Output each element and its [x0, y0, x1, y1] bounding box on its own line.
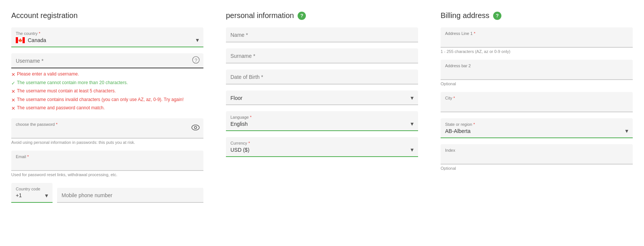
username-field-box[interactable]: ? [11, 53, 203, 68]
phone-code-field-group: Country code +1 ▾ [11, 183, 53, 203]
error-icon: ✕ [11, 88, 15, 95]
email-input[interactable] [16, 160, 199, 167]
validation-item: ✕ The username and password cannot match… [11, 104, 203, 112]
language-dropdown-arrow[interactable]: ▾ [411, 120, 414, 127]
country-dropdown-arrow[interactable]: ▾ [196, 36, 199, 44]
language-selector[interactable]: English ▾ [230, 120, 414, 127]
password-input[interactable] [16, 127, 199, 135]
index-label: Index [445, 148, 628, 152]
country-selector[interactable]: 🍁 Canada ▾ [16, 36, 199, 44]
currency-selector[interactable]: USD ($) ▾ [230, 146, 414, 153]
phone-code-label: Country code [16, 187, 48, 191]
state-dropdown-arrow[interactable]: ▾ [625, 127, 628, 134]
currency-field-box[interactable]: Currency * USD ($) ▾ [226, 137, 418, 157]
help-circle-icon[interactable]: ? [192, 56, 200, 65]
currency-field-group: Currency * USD ($) ▾ [226, 137, 418, 157]
phone-number-field-group [57, 188, 203, 203]
billing-help-icon[interactable]: ? [493, 12, 501, 20]
state-label: State or region * [445, 122, 628, 127]
svg-text:🍁: 🍁 [18, 38, 23, 43]
city-input[interactable] [445, 101, 628, 109]
address2-field-box[interactable]: Address bar 2 [441, 60, 633, 80]
billing-section-header: Billing address ? [441, 11, 633, 20]
canada-flag-icon: 🍁 [16, 37, 25, 43]
address1-field-group: Address Line 1 * 1 - 255 characters (AZ,… [441, 27, 633, 54]
validation-item: ✕ The username contains invalid characte… [11, 96, 203, 104]
floor-selector[interactable]: Floor ▾ [230, 94, 414, 101]
currency-value: USD ($) [230, 147, 250, 153]
name-field-box[interactable] [226, 27, 418, 42]
phone-code-field-box[interactable]: Country code +1 ▾ [11, 183, 53, 203]
phone-row: Country code +1 ▾ [11, 183, 203, 209]
personal-information-section: personal information ? Floor [226, 11, 418, 235]
country-field-group: The country * 🍁 Canada ▾ [11, 27, 203, 47]
country-field-box[interactable]: The country * 🍁 Canada ▾ [11, 27, 203, 47]
index-field-box[interactable]: Index [441, 144, 633, 165]
error-icon: ✕ [11, 97, 15, 104]
floor-field-box[interactable]: Floor ▾ [226, 91, 418, 105]
svg-point-7 [194, 126, 197, 128]
phone-number-field-box[interactable] [57, 188, 203, 203]
phone-code-dropdown-arrow[interactable]: ▾ [45, 192, 48, 199]
city-label: City * [445, 96, 628, 100]
address2-label: Address bar 2 [445, 63, 628, 68]
state-field-group: State or region * AB-Alberta ▾ [441, 118, 633, 138]
error-icon: ✕ [11, 105, 15, 112]
state-selector[interactable]: AB-Alberta ▾ [445, 127, 628, 134]
surname-field-box[interactable] [226, 48, 418, 63]
phone-number-input[interactable] [62, 192, 199, 199]
address2-input[interactable] [445, 69, 628, 76]
password-field-box[interactable]: choose the password * [11, 118, 203, 139]
index-hint: Optional [441, 166, 633, 171]
index-field-group: Index Optional [441, 144, 633, 171]
currency-dropdown-arrow[interactable]: ▾ [411, 146, 414, 153]
svg-rect-2 [23, 37, 25, 43]
email-field-group: Email * Used for password reset links, w… [11, 151, 203, 177]
billing-title: Billing address [441, 11, 489, 20]
language-field-group: Language * English ▾ [226, 111, 418, 131]
floor-dropdown-arrow[interactable]: ▾ [411, 94, 414, 101]
username-input[interactable] [16, 57, 199, 65]
personal-section-header: personal information ? [226, 11, 418, 20]
currency-label: Currency * [230, 141, 414, 145]
city-field-box[interactable]: City * [441, 92, 633, 112]
personal-help-icon[interactable]: ? [298, 12, 306, 20]
surname-field-group [226, 48, 418, 63]
city-field-group: City * [441, 92, 633, 112]
index-input[interactable] [445, 153, 628, 161]
address1-field-box[interactable]: Address Line 1 * [441, 27, 633, 48]
dob-field-box[interactable] [226, 69, 418, 85]
account-registration-section: Account registration The country * 🍁 [11, 11, 203, 235]
name-input[interactable] [230, 31, 414, 39]
email-field-box[interactable]: Email * [11, 151, 203, 171]
account-title: Account registration [11, 11, 78, 20]
state-value: AB-Alberta [445, 128, 471, 134]
state-field-box[interactable]: State or region * AB-Alberta ▾ [441, 118, 633, 138]
svg-point-6 [192, 125, 199, 130]
validation-item: ✕ Please enter a valid username. [11, 71, 203, 78]
language-value: English [230, 121, 248, 127]
dob-field-group [226, 69, 418, 85]
language-field-box[interactable]: Language * English ▾ [226, 111, 418, 131]
account-section-header: Account registration [11, 11, 203, 20]
surname-input[interactable] [230, 52, 414, 60]
password-field-group: choose the password * Avoid using person… [11, 118, 203, 145]
svg-text:?: ? [194, 57, 197, 63]
email-label: Email * [16, 154, 199, 159]
validation-item: ✓ The username cannot contain more than … [11, 79, 203, 87]
password-label: choose the password * [16, 122, 199, 127]
error-icon: ✕ [11, 71, 15, 78]
password-hint: Avoid using personal information in pass… [11, 140, 203, 145]
dob-input[interactable] [230, 73, 414, 81]
check-icon: ✓ [11, 80, 15, 87]
floor-field-group: Floor ▾ [226, 91, 418, 105]
country-value: Canada [28, 37, 46, 43]
country-label: The country * [16, 31, 199, 36]
phone-code-selector[interactable]: +1 ▾ [16, 192, 48, 199]
address1-input[interactable] [445, 36, 628, 44]
show-password-icon[interactable] [191, 124, 200, 131]
address2-field-group: Address bar 2 Optional [441, 60, 633, 86]
username-field-group: ? ✕ Please enter a valid username. ✓ The… [11, 53, 203, 112]
billing-address-section: Billing address ? Address Line 1 * 1 - 2… [441, 11, 633, 235]
name-field-group [226, 27, 418, 42]
